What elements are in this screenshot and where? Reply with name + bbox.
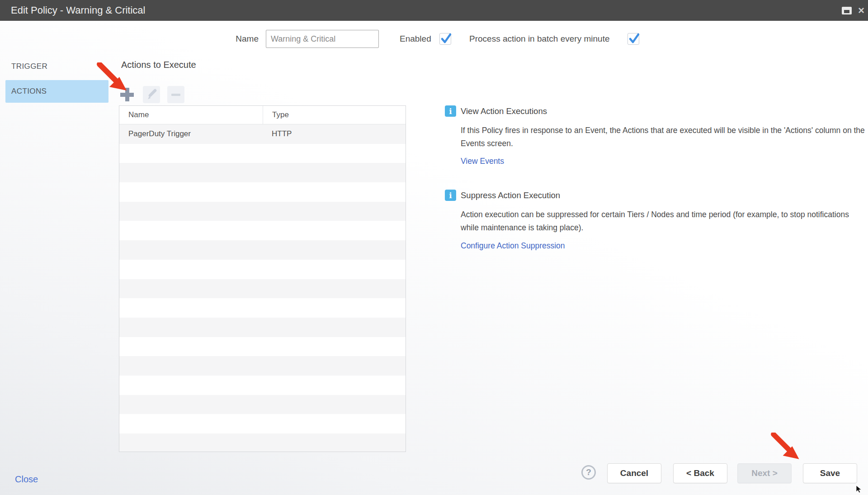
table-row xyxy=(119,202,406,221)
cell-type xyxy=(263,395,406,414)
column-header-name[interactable]: Name xyxy=(119,106,263,124)
batch-label: Process action in batch every minute xyxy=(469,30,610,48)
cell-type xyxy=(263,376,406,395)
cell-name xyxy=(119,356,263,376)
cell-name xyxy=(119,337,263,357)
info-panel-body: If this Policy fires in response to an E… xyxy=(461,124,868,150)
table-row xyxy=(119,298,406,318)
nav-tab-trigger-label: TRIGGER xyxy=(11,55,47,78)
table-row xyxy=(119,182,406,202)
nav-tab-trigger[interactable]: TRIGGER xyxy=(5,55,108,78)
remove-action-button[interactable] xyxy=(167,86,184,103)
actions-table-header: Name Type xyxy=(119,106,406,124)
help-button[interactable]: ? xyxy=(581,465,596,480)
cell-name xyxy=(119,163,263,182)
table-row xyxy=(119,144,406,163)
edit-action-button[interactable] xyxy=(143,86,160,103)
enabled-label: Enabled xyxy=(400,30,431,48)
cell-name xyxy=(119,414,263,433)
table-row xyxy=(119,163,406,182)
info-panel-title: Suppress Action Execution xyxy=(461,190,560,201)
question-mark-icon: ? xyxy=(586,467,591,477)
section-heading: Actions to Execute xyxy=(121,60,196,70)
cell-name xyxy=(119,144,263,163)
edit-policy-dialog: Edit Policy - Warning & Critical × Name … xyxy=(0,0,868,495)
cell-name xyxy=(119,279,263,299)
cell-type xyxy=(263,433,406,452)
mouse-cursor-icon xyxy=(856,485,863,493)
cell-name xyxy=(119,240,263,260)
actions-table-body: PagerDuty TriggerHTTP xyxy=(119,124,406,452)
cell-name xyxy=(119,395,263,414)
cell-name xyxy=(119,221,263,240)
cell-type xyxy=(263,298,406,318)
cancel-button[interactable]: Cancel xyxy=(607,463,661,483)
plus-icon xyxy=(120,88,134,101)
cell-type xyxy=(263,260,406,279)
cell-type xyxy=(263,144,406,163)
cell-name xyxy=(119,298,263,318)
checkmark-icon xyxy=(440,32,452,45)
name-label: Name xyxy=(217,30,259,48)
add-action-button[interactable] xyxy=(118,86,136,103)
cell-name xyxy=(119,182,263,202)
actions-table: Name Type PagerDuty TriggerHTTP xyxy=(119,105,406,452)
batch-checkbox[interactable] xyxy=(627,33,639,45)
cell-type xyxy=(263,356,406,376)
info-icon-glyph: i xyxy=(449,107,452,116)
maximize-button[interactable] xyxy=(839,0,854,21)
table-row xyxy=(119,260,406,279)
save-button[interactable]: Save xyxy=(803,463,857,483)
close-link[interactable]: Close xyxy=(15,474,38,485)
info-panel-title: View Action Executions xyxy=(461,105,547,117)
table-row xyxy=(119,240,406,260)
table-row xyxy=(119,221,406,240)
table-row xyxy=(119,414,406,433)
cell-name xyxy=(119,433,263,452)
info-icon: i xyxy=(445,105,456,117)
table-row xyxy=(119,433,406,452)
table-row xyxy=(119,395,406,414)
table-row xyxy=(119,356,406,376)
cell-type xyxy=(263,163,406,182)
dialog-close-button[interactable]: × xyxy=(854,0,868,21)
table-row xyxy=(119,376,406,395)
cell-name xyxy=(119,318,263,337)
column-header-type[interactable]: Type xyxy=(263,106,406,124)
cell-type xyxy=(263,279,406,299)
close-icon: × xyxy=(858,4,864,17)
pencil-icon xyxy=(146,89,157,100)
cell-name: PagerDuty Trigger xyxy=(119,124,263,144)
dialog-title: Edit Policy - Warning & Critical xyxy=(11,0,145,21)
nav-tab-actions[interactable]: ACTIONS xyxy=(5,80,108,103)
next-button[interactable]: Next > xyxy=(737,463,792,483)
info-icon-glyph: i xyxy=(449,191,452,200)
cell-name xyxy=(119,376,263,395)
table-row xyxy=(119,337,406,357)
checkmark-icon xyxy=(628,32,640,45)
annotation-arrow-save-icon xyxy=(770,433,806,464)
table-row[interactable]: PagerDuty TriggerHTTP xyxy=(119,124,406,144)
cell-type xyxy=(263,240,406,260)
nav-tab-actions-label: ACTIONS xyxy=(11,80,47,103)
info-panel-body: Action execution can be suppressed for c… xyxy=(461,208,868,234)
maximize-icon xyxy=(842,7,852,14)
minus-icon xyxy=(171,94,180,96)
policy-name-input[interactable] xyxy=(266,30,379,48)
table-row xyxy=(119,318,406,337)
cell-type xyxy=(263,221,406,240)
cell-type xyxy=(263,414,406,433)
enabled-checkbox[interactable] xyxy=(439,33,451,45)
configure-action-suppression-link[interactable]: Configure Action Suppression xyxy=(461,241,565,251)
dialog-titlebar: Edit Policy - Warning & Critical × xyxy=(0,0,868,21)
back-button[interactable]: < Back xyxy=(673,463,727,483)
cell-type xyxy=(263,318,406,337)
cell-name xyxy=(119,202,263,221)
table-row xyxy=(119,279,406,299)
info-icon: i xyxy=(445,190,456,201)
cell-type xyxy=(263,182,406,202)
cell-type xyxy=(263,202,406,221)
view-events-link[interactable]: View Events xyxy=(461,157,504,166)
cell-type: HTTP xyxy=(263,124,406,144)
cell-name xyxy=(119,260,263,279)
